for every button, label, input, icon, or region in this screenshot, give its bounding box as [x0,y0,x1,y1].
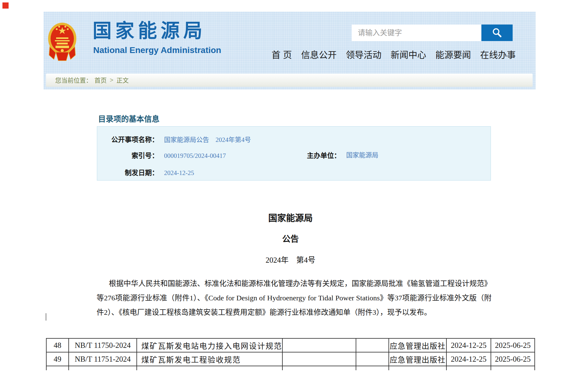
national-emblem-icon [48,22,77,63]
nav-item-news-center[interactable]: 新闻中心 [391,48,426,61]
breadcrumb-prefix: 您当前位置： [55,76,92,85]
catalog-info-box: 公开事项名称： 国家能源局公告 2024年第4号 索引号： 000019705/… [97,126,491,181]
breadcrumb: 您当前位置： 首页 > 正文 [46,74,533,87]
cell-issue-date: 2024-12-25 [446,339,491,352]
field-label-issue-date: 制发日期： [97,167,159,177]
cell-cut [46,366,68,370]
nav-item-energy-news[interactable]: 能源要闻 [435,48,471,61]
breadcrumb-separator: > [110,77,113,84]
cell-serial-no: 49 [46,352,68,366]
cell-replaced-standard [282,339,356,352]
national-emblem-logo[interactable] [48,22,77,63]
cell-impl-date: 2025-06-25 [491,352,535,366]
catalog-heading: 目录项的基本信息 [98,113,159,124]
site-title-zh: 国家能源局 [93,21,206,40]
document-subtitle: 公告 [46,232,535,244]
field-value-item-name: 国家能源局公告 2024年第4号 [164,135,251,144]
site-header: 国家能源局 National Energy Administration 首 页… [44,12,536,89]
cell-cut [136,366,282,370]
search-button[interactable] [481,25,513,41]
nav-item-leader-activities[interactable]: 领导活动 [346,48,381,61]
document-body: 根据中华人民共和国能源法、标准化法和能源标准化管理办法等有关规定，国家能源局批准… [97,276,491,320]
cell-standard-name: 煤矿瓦斯发电站电力接入电网设计规范 [136,339,282,352]
nav-item-info-disclosure[interactable]: 信息公开 [301,48,337,61]
field-value-index-no: 000019705/2024-00417 [164,152,226,160]
cell-cut [491,366,535,370]
standards-table: 48 NB/T 11750-2024 煤矿瓦斯发电站电力接入电网设计规范 应急管… [46,338,535,370]
screen-corner-marker [2,2,9,9]
cell-standard-code: NB/T 11751-2024 [68,352,136,366]
table-row-cut [46,366,535,370]
breadcrumb-home-link[interactable]: 首页 [94,76,107,85]
search-icon [491,27,503,38]
document-number: 2024年 第4号 [46,254,535,265]
cell-standard-name: 煤矿瓦斯发电工程验收规范 [136,352,282,366]
cell-serial-no: 48 [46,339,68,352]
table-cut-stub [46,313,46,321]
cell-cut [356,366,388,370]
field-label-host-org: 主办单位： [307,150,341,160]
cell-adoption [356,352,388,366]
cell-cut [446,366,491,370]
cell-replaced-standard [282,352,356,366]
nav-item-online-services[interactable]: 在线办事 [480,48,516,61]
table-row: 48 NB/T 11750-2024 煤矿瓦斯发电站电力接入电网设计规范 应急管… [46,339,535,352]
breadcrumb-current[interactable]: 正文 [117,76,129,85]
cell-cut [388,366,446,370]
site-title-en: National Energy Administration [93,46,221,55]
nav-item-home[interactable]: 首 页 [272,48,292,61]
table-row: 49 NB/T 11751-2024 煤矿瓦斯发电工程验收规范 应急管理出版社 … [46,352,535,366]
cell-standard-code: NB/T 11750-2024 [68,339,136,352]
cell-publisher: 应急管理出版社 [388,339,446,352]
field-label-index-no: 索引号： [97,150,159,160]
cell-impl-date: 2025-06-25 [491,339,535,352]
cell-cut [68,366,136,370]
cell-adoption [356,339,388,352]
field-label-item-name: 公开事项名称： [97,134,159,144]
main-nav: 首 页 信息公开 领导活动 新闻中心 能源要闻 在线办事 [272,48,516,61]
cell-publisher: 应急管理出版社 [388,352,446,366]
cell-cut [282,366,356,370]
field-value-host-org: 国家能源局 [346,150,378,159]
cell-issue-date: 2024-12-25 [446,352,491,366]
page: 国家能源局 National Energy Administration 首 页… [0,0,566,392]
search-input[interactable] [352,25,481,41]
field-value-issue-date: 2024-12-25 [164,169,194,177]
document-title: 国家能源局 [46,211,535,224]
